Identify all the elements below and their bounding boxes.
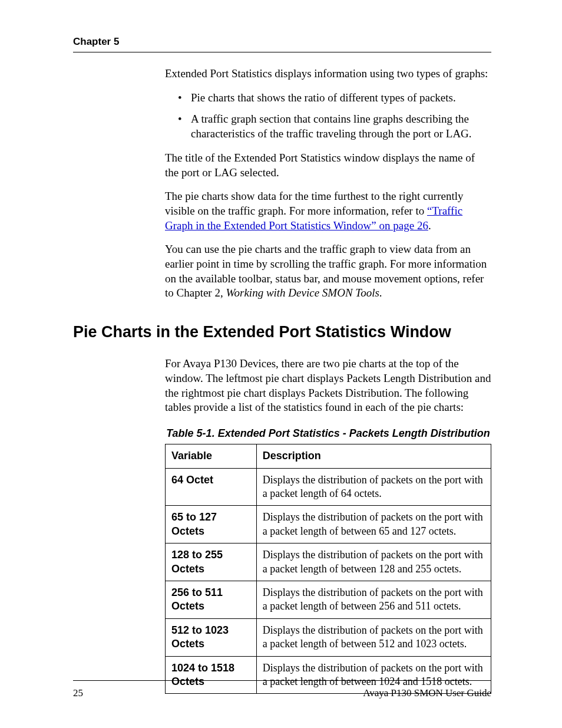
- table-row: 128 to 255 Octets Displays the distribut…: [166, 543, 491, 581]
- intro-bullets: Pie charts that shows the ratio of diffe…: [165, 91, 491, 141]
- cell-description: Displays the distribution of packets on …: [256, 506, 491, 543]
- cell-description: Displays the distribution of packets on …: [256, 468, 491, 506]
- cell-variable: 128 to 255 Octets: [166, 543, 257, 581]
- cell-description: Displays the distribution of packets on …: [256, 618, 491, 656]
- col-variable: Variable: [166, 444, 257, 468]
- section-heading: Pie Charts in the Extended Port Statisti…: [73, 322, 491, 342]
- intro-p2: The title of the Extended Port Statistic…: [165, 151, 491, 180]
- page-number: 25: [73, 687, 83, 700]
- header-rule: [73, 52, 491, 52]
- intro-p4: You can use the pie charts and the traff…: [165, 242, 491, 301]
- intro-lead: Extended Port Statistics displays inform…: [165, 67, 491, 81]
- col-description: Description: [256, 444, 491, 468]
- packets-length-table: Variable Description 64 Octet Displays t…: [165, 444, 491, 694]
- chapter-label: Chapter 5: [73, 35, 491, 48]
- cell-description: Displays the distribution of packets on …: [256, 543, 491, 581]
- bullet-item: Pie charts that shows the ratio of diffe…: [165, 91, 491, 106]
- intro-p3a: The pie charts show data for the time fu…: [165, 190, 464, 217]
- intro-p3: The pie charts show data for the time fu…: [165, 189, 491, 233]
- intro-p4-italic: Working with Device SMON Tools: [226, 286, 379, 299]
- table-row: 65 to 127 Octets Displays the distributi…: [166, 506, 491, 543]
- doc-title: Avaya P130 SMON User Guide: [363, 687, 491, 700]
- cell-variable: 64 Octet: [166, 468, 257, 506]
- intro-p3b: .: [428, 219, 431, 232]
- cell-variable: 65 to 127 Octets: [166, 506, 257, 543]
- cell-variable: 256 to 511 Octets: [166, 581, 257, 619]
- cell-description: Displays the distribution of packets on …: [256, 581, 491, 619]
- cell-variable: 512 to 1023 Octets: [166, 618, 257, 656]
- bullet-item: A traffic graph section that contains li…: [165, 112, 491, 141]
- intro-p4b: .: [379, 286, 382, 299]
- table-row: 64 Octet Displays the distribution of pa…: [166, 468, 491, 506]
- table-caption: Table 5-1. Extended Port Statistics - Pa…: [165, 427, 491, 440]
- section-p1: For Avaya P130 Devices, there are two pi…: [165, 357, 491, 415]
- page-footer: 25 Avaya P130 SMON User Guide: [73, 680, 491, 700]
- footer-rule: [73, 680, 491, 681]
- table-header-row: Variable Description: [166, 444, 491, 468]
- table-row: 256 to 511 Octets Displays the distribut…: [166, 581, 491, 619]
- table-row: 512 to 1023 Octets Displays the distribu…: [166, 618, 491, 656]
